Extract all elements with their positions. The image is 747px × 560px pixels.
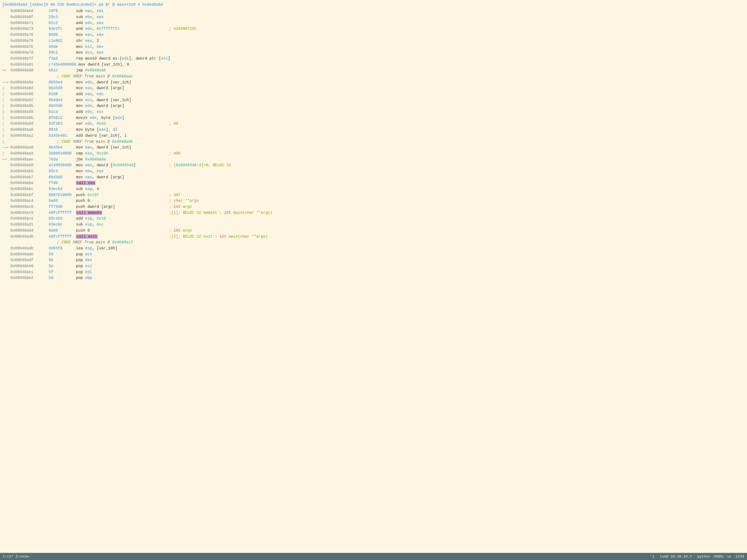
code-line: │ 0x08048a9001d0add eax, edx [0, 91, 747, 97]
highlighted-instruction: call exit [76, 234, 98, 239]
arrow-indicator: │ [2, 103, 10, 109]
code-container[interactable]: 0x08048a6d29f8sub eax, edi 0x08048a6f29c… [0, 8, 747, 281]
instruction-address: 0x08048aa9 [10, 151, 49, 157]
header-line: [0x08048a6d [xAdvc]0 0% 235 BombsLanded]… [0, 1, 747, 8]
highlighted-instruction: call eax [76, 181, 96, 185]
code-line: │ 0x08048a8d8b45d0mov eax, dword [argc] [0, 85, 747, 91]
instruction-bytes: f3a5 [49, 56, 76, 62]
register: ebx [85, 15, 92, 19]
register: eax [97, 50, 104, 55]
instruction-mnemonic: push 0 [76, 228, 169, 234]
instruction-comment: ; [0x8049348:4]=0; RELOC 32 [169, 162, 231, 169]
code-line: 0x08048abf6897010000push 0x197 ; 407 [0, 192, 747, 198]
instruction-mnemonic: pop ebp [76, 275, 169, 281]
instruction-comment: ; int argc [169, 228, 192, 234]
instruction-mnemonic: sub esp, 0xc [76, 222, 169, 228]
code-line: 0x08048ae25dpop ebp [0, 275, 747, 281]
instruction-address: 0x08048ac6 [10, 204, 49, 210]
instruction-address: 0x08048abc [10, 186, 49, 192]
register: ecx [85, 252, 92, 256]
instruction-bytes: 8b55e4 [49, 80, 76, 85]
arrow-indicator: | [2, 139, 10, 145]
instruction-mnemonic: pop edi [76, 269, 169, 275]
arrow-indicator: │ [2, 121, 10, 127]
instruction-bytes: 83e2fc [49, 26, 76, 32]
code-line: 0x08048ab0a148930408mov eax, dword [0x80… [0, 162, 747, 169]
status-mode: 1:r2* 2:nvim- [3, 555, 30, 559]
instruction-address: 0x08048a76 [10, 32, 49, 38]
status-bar: 1:r2* 2:nvim- 1 tun0 10.10.10.5 python :… [0, 553, 747, 560]
instruction-mnemonic: add eax, edx [76, 91, 169, 97]
instruction-bytes: 01ca [49, 109, 76, 115]
instruction-bytes: 8b45d0 [49, 175, 76, 180]
register: eax [85, 32, 92, 37]
register: eax [97, 169, 104, 173]
code-line: │ 0x08048aa93d96010000cmp eax, 0x196 ; 4… [0, 151, 747, 157]
arrow-indicator: │ [2, 98, 10, 103]
arrow-indicator: │ [2, 92, 10, 97]
code-keyword: CODE [61, 240, 71, 245]
instruction-bytes: 6897010000 [49, 192, 76, 198]
instruction-bytes: 8b45d0 [49, 85, 76, 91]
instruction-address: 0x08048a92 [10, 97, 49, 103]
code-line: 0x08048ae15fpop edi [0, 269, 747, 275]
instruction-address: 0x08048a6d [10, 8, 49, 14]
type-keyword: int [224, 210, 231, 215]
register: ecx [97, 110, 104, 114]
instruction-address: 0x08048ad1 [10, 222, 49, 228]
register: esi [161, 56, 168, 61]
instruction-bytes: eb1c [49, 68, 76, 74]
instruction-bytes: c1e802 [49, 38, 76, 44]
instruction-mnemonic: shr eax, 2 [76, 38, 169, 44]
code-line: 0x08048a7101c2add edx, eax [0, 20, 747, 26]
hex-value: 0x8048a13 [112, 240, 133, 245]
register: esi [85, 264, 92, 268]
code-line: │ 0x08048a9d83f263xor edx, 0x63 ; 99 [0, 121, 747, 127]
instruction-address: 0x08048aba [10, 180, 49, 186]
register: eax [85, 145, 92, 150]
instruction-address: 0x08048aa0 [10, 127, 49, 133]
instruction-address: 0x08048ab7 [10, 175, 49, 180]
code-line: 0x08048a6d29f8sub eax, edi [0, 8, 747, 14]
register: ebx [85, 169, 92, 173]
status-host: tun0 10.10.10.5 [660, 555, 692, 559]
register: edi [85, 270, 92, 274]
hex-value: 0xfffffffc [97, 27, 120, 31]
instruction-bytes: 0fb612 [49, 115, 76, 121]
instruction-bytes: 29c3 [49, 14, 76, 20]
code-line: 0x08048a7b89demov esi, ebx [0, 44, 747, 50]
instruction-address: 0x08048a81 [10, 62, 49, 68]
instruction-address: 0x08048a95 [10, 103, 49, 109]
type-keyword: int [220, 234, 226, 239]
code-line: 0x08048ab589c3mov ebx, eax [0, 169, 747, 175]
hex-value: 0x8049348 [176, 163, 197, 167]
code-line: 0x08048ad6e8fcffffffcall exit ;[2]; RELO… [0, 234, 747, 240]
arrow-indicator: │ [2, 109, 10, 115]
arrow-indicator: │ [2, 85, 10, 91]
hex-value: 0x197 [87, 193, 99, 197]
code-line: │ 0x08048a928b4de4mov ecx, dword [var_1c… [0, 97, 747, 103]
register: edx [85, 27, 92, 31]
instruction-bytes: 8d65f0 [49, 246, 76, 252]
instruction-bytes: ff75d0 [49, 204, 76, 210]
instruction-mnemonic: add edx, eax [76, 20, 169, 26]
instruction-mnemonic: mov ebx, eax [76, 169, 169, 175]
code-line: ; CODE XREF from main @ 0x8048a13 [0, 239, 747, 246]
register: edi [97, 9, 104, 13]
instruction-bytes: 83c410 [49, 216, 76, 222]
instruction-address: 0x08048a98 [10, 109, 49, 115]
hex-value: 0x8049348 [113, 163, 133, 167]
instruction-mnemonic: movzx edx, byte [edx] [76, 115, 169, 121]
instruction-mnemonic: sub esp, 4 [76, 186, 169, 192]
hex-value: 0x8048a8a [85, 157, 106, 161]
instruction-mnemonic: cmp eax, 0x196 [76, 151, 169, 157]
instruction-mnemonic: push 0x197 [76, 192, 169, 198]
instruction-address: 0x08048a9b [10, 115, 49, 121]
instruction-address: 0x08048a71 [10, 20, 49, 26]
code-line: │ 0x08048aa08810mov byte [eax], dl [0, 127, 747, 133]
code-line: 0x08048a7d89c1mov ecx, eax [0, 50, 747, 56]
code-line: ; CODE XREF from main @ 0x8048aae [0, 74, 747, 80]
register: ecx [85, 98, 92, 102]
instruction-bytes: e8fcffffff [49, 210, 76, 216]
code-ref-comment: ; CODE XREF from main @ 0x8048aae [49, 74, 133, 80]
